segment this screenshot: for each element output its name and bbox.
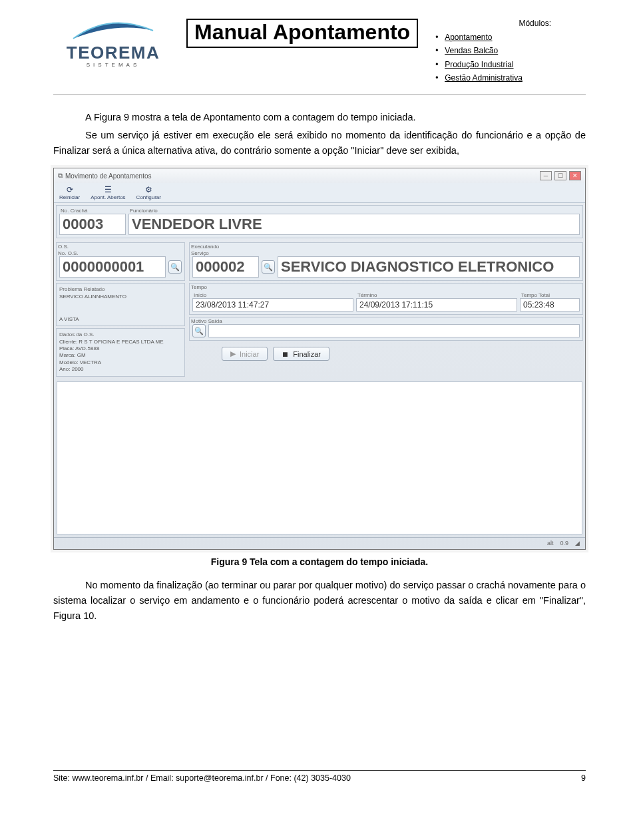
blank-area bbox=[57, 381, 582, 534]
resize-grip-icon[interactable]: ◢ bbox=[575, 540, 580, 546]
modules-box: Módulos: Apontamento Vendas Balcão Produ… bbox=[431, 19, 551, 85]
paragraph: Se um serviço já estiver em execução ele… bbox=[53, 128, 586, 158]
list-icon: ☰ bbox=[103, 185, 112, 194]
search-os-button[interactable]: 🔍 bbox=[168, 260, 182, 274]
action-buttons: ▶ Iniciar ⏹ Finalizar bbox=[187, 343, 585, 366]
toolbar-configurar[interactable]: ⚙Configurar bbox=[136, 185, 161, 200]
field-motivo-saida[interactable] bbox=[208, 324, 580, 337]
header-divider bbox=[53, 95, 586, 95]
group-executando: Executando Serviço 000002 🔍 SERVICO DIAG… bbox=[189, 242, 583, 281]
label-motivo-saida: Motivo Saída bbox=[190, 317, 582, 324]
modules-list: Apontamento Vendas Balcão Produção Indus… bbox=[431, 31, 551, 85]
doc-title: Manual Apontamento bbox=[194, 20, 410, 45]
field-inicio: 23/08/2013 11:47:27 bbox=[192, 298, 353, 312]
label-tempo-total: Tempo Total bbox=[520, 292, 580, 298]
window-title: Movimento de Apontamentos bbox=[65, 172, 152, 180]
field-tempo-total: 05:23:48 bbox=[520, 298, 580, 312]
refresh-icon: ⟳ bbox=[65, 185, 75, 194]
footer-contact: Site: www.teorema.inf.br / Email: suport… bbox=[53, 773, 351, 783]
label-problema: Problema Relatado bbox=[59, 286, 182, 293]
logo-subtitle: SISTEMAS bbox=[87, 62, 140, 68]
cliente-line: Placa: AVD-5888 bbox=[59, 345, 182, 352]
app-icon: ⧉ bbox=[58, 172, 63, 180]
cliente-line: Ano: 2000 bbox=[59, 366, 182, 373]
app-window: ⧉ Movimento de Apontamentos ─ ☐ ✕ ⟳Reini… bbox=[53, 168, 586, 550]
search-motivo-button[interactable]: 🔍 bbox=[192, 324, 206, 337]
page-number: 9 bbox=[581, 773, 586, 783]
label-funcionario: Funcionário bbox=[128, 207, 580, 214]
paragraph: No momento da finalização (ao terminar o… bbox=[53, 578, 586, 624]
body-text-2: No momento da finalização (ao terminar o… bbox=[53, 578, 586, 624]
group-motivo-saida: Motivo Saída 🔍 bbox=[189, 317, 583, 341]
minimize-button[interactable]: ─ bbox=[540, 171, 552, 180]
status-alt: alt bbox=[547, 540, 554, 546]
page-header: TEOREMA SISTEMAS Manual Apontamento Módu… bbox=[53, 19, 586, 85]
field-no-os[interactable]: 0000000001 bbox=[59, 256, 166, 278]
status-zoom: 0.9 bbox=[560, 540, 568, 546]
label-inicio: Início bbox=[192, 292, 353, 298]
a-vista-text: A VISTA bbox=[59, 316, 182, 323]
stop-icon: ⏹ bbox=[282, 350, 289, 358]
group-dados-os: Dados da O.S. Cliente: R S T OFICINA E P… bbox=[56, 328, 185, 376]
field-cracha[interactable]: 00003 bbox=[59, 214, 126, 235]
page-footer: Site: www.teorema.inf.br / Email: suport… bbox=[53, 771, 586, 783]
modules-label: Módulos: bbox=[431, 19, 551, 28]
iniciar-button[interactable]: ▶ Iniciar bbox=[222, 347, 268, 361]
cliente-line: Cliente: R S T OFICINA E PECAS LTDA ME bbox=[59, 339, 182, 345]
label-termino: Término bbox=[356, 292, 517, 298]
status-bar: alt 0.9 ◢ bbox=[54, 537, 585, 549]
group-problema: Problema Relatado SERVICO ALINNHAMENTO A… bbox=[56, 283, 185, 326]
paragraph: A Figura 9 mostra a tela de Apontamento … bbox=[53, 110, 586, 125]
figure-caption: Figura 9 Tela com a contagem do tempo in… bbox=[53, 556, 586, 567]
logo-name: TEOREMA bbox=[67, 43, 160, 63]
search-servico-button[interactable]: 🔍 bbox=[262, 260, 275, 274]
finalizar-button[interactable]: ⏹ Finalizar bbox=[273, 347, 329, 361]
toolbar-reiniciar[interactable]: ⟳Reiniciar bbox=[59, 185, 80, 200]
field-funcionario: VENDEDOR LIVRE bbox=[128, 214, 580, 235]
group-os: O.S. No. O.S. 0000000001 🔍 bbox=[56, 242, 185, 281]
play-icon: ▶ bbox=[230, 349, 236, 358]
module-item: Vendas Balcão bbox=[431, 44, 551, 57]
gear-icon: ⚙ bbox=[144, 185, 153, 194]
module-item: Apontamento bbox=[431, 31, 551, 44]
field-termino: 24/09/2013 17:11:15 bbox=[356, 298, 517, 312]
body-text-1: A Figura 9 mostra a tela de Apontamento … bbox=[53, 110, 586, 159]
label-dados-os: Dados da O.S. bbox=[59, 331, 182, 338]
logo: TEOREMA SISTEMAS bbox=[53, 19, 173, 68]
label-no-os: No. O.S. bbox=[57, 250, 184, 256]
close-button[interactable]: ✕ bbox=[569, 171, 581, 180]
logo-swoosh-icon bbox=[70, 19, 156, 41]
label-servico: Serviço bbox=[190, 250, 582, 256]
group-tempo: Tempo Início 23/08/2013 11:47:27 Término… bbox=[189, 283, 583, 315]
field-servico-desc: SERVICO DIAGNOSTICO ELETRONICO bbox=[278, 256, 580, 278]
group-cracha: No. Crachá 00003 Funcionário VENDEDOR LI… bbox=[56, 205, 583, 238]
field-servico-code[interactable]: 000002 bbox=[192, 256, 259, 278]
label-tempo: Tempo bbox=[190, 284, 582, 290]
cliente-line: Marca: GM bbox=[59, 352, 182, 359]
toolbar-apont-abertos[interactable]: ☰Apont. Abertos bbox=[91, 185, 125, 200]
label-executando: Executando bbox=[190, 243, 582, 250]
module-item: Gestão Administrativa bbox=[431, 71, 551, 85]
problema-text: SERVICO ALINNHAMENTO bbox=[59, 294, 182, 300]
label-no-cracha: No. Crachá bbox=[59, 207, 126, 214]
doc-title-box: Manual Apontamento bbox=[186, 19, 418, 48]
label-os: O.S. bbox=[57, 243, 184, 250]
cliente-line: Modelo: VECTRA bbox=[59, 359, 182, 366]
module-item: Produção Industrial bbox=[431, 58, 551, 71]
maximize-button[interactable]: ☐ bbox=[554, 171, 566, 180]
titlebar: ⧉ Movimento de Apontamentos ─ ☐ ✕ bbox=[54, 168, 585, 183]
toolbar: ⟳Reiniciar ☰Apont. Abertos ⚙Configurar bbox=[54, 183, 585, 203]
